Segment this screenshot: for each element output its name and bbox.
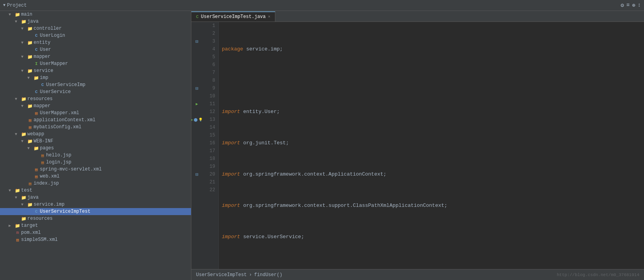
code-editor[interactable]: ⊟ ⊟ ▶ ▶ ⬤ 💡 xyxy=(191,22,644,269)
code-line-2 xyxy=(222,77,641,84)
gutter-21 xyxy=(191,178,202,186)
code-line-4: import org.junit.Test; xyxy=(222,139,641,147)
arrow-icon: ▼ xyxy=(21,27,27,31)
arrow-icon: ▼ xyxy=(21,41,27,45)
code-line-7: import service.UserService; xyxy=(222,233,641,241)
sidebar-item-target[interactable]: ▶ 📁 target xyxy=(0,222,191,229)
status-url: http://blog.csdn.net/m0_37681914 xyxy=(557,273,639,277)
interface-icon: I xyxy=(33,61,40,66)
class-icon: C xyxy=(33,33,40,38)
import-entity-user: entity xyxy=(243,108,262,116)
sidebar-label: test xyxy=(21,188,191,193)
sidebar-item-userserviceimptest[interactable]: C UserServiceImpTest xyxy=(0,208,191,215)
sidebar-label: mybatisConfig.xml xyxy=(34,124,191,130)
sidebar-item-service[interactable]: ▼ 📁 service xyxy=(0,67,191,74)
sidebar-item-simplessi-xml[interactable]: ▤ simpleSSM.xml xyxy=(0,236,191,243)
tab-label: UserServiceImpTest.java xyxy=(201,14,266,20)
close-icon[interactable]: × xyxy=(268,15,270,19)
sidebar-label: UserServiceImpTest xyxy=(40,209,191,214)
sidebar-item-imp[interactable]: ▼ 📁 imp xyxy=(0,74,191,81)
code-line-8 xyxy=(222,264,641,269)
code-gutter: ⊟ ⊟ ▶ ▶ ⬤ 💡 xyxy=(191,22,202,269)
editor-area: C UserServiceImpTest.java × ⊟ ⊟ ▶ xyxy=(191,11,644,280)
status-breadcrumb: UserServiceImpTest › findUser() xyxy=(196,272,282,278)
sidebar-item-pages[interactable]: ▼ 📁 pages xyxy=(0,145,191,152)
sidebar-item-web-xml[interactable]: ▤ web.xml xyxy=(0,173,191,180)
active-tab[interactable]: C UserServiceImpTest.java × xyxy=(191,11,275,22)
sidebar-item-index-jsp[interactable]: ▤ index.jsp xyxy=(0,180,191,187)
keyword-package: package xyxy=(222,45,243,53)
add-icon[interactable]: ⊕ xyxy=(632,2,635,9)
sidebar-label: main xyxy=(21,12,191,17)
sidebar-label: spring-mvc-servlet.xml xyxy=(40,167,191,172)
xml-icon: ▤ xyxy=(33,167,40,172)
project-label[interactable]: ▼ Project xyxy=(3,3,27,8)
folder-icon: 📁 xyxy=(20,195,27,200)
sidebar-label: pom.xml xyxy=(21,230,191,235)
sidebar-item-usermapper-xml[interactable]: ▤ UserMapper.xml xyxy=(0,109,191,117)
folder-icon: 📁 xyxy=(20,19,27,24)
sidebar-item-java2[interactable]: ▼ 📁 java xyxy=(0,194,191,201)
top-bar: ▼ Project ⚙ ≡ ⊕ ↕ xyxy=(0,0,644,11)
sidebar-item-entity[interactable]: ▼ 📁 entity xyxy=(0,39,191,46)
sidebar-item-java[interactable]: ▼ 📁 java xyxy=(0,18,191,25)
sidebar-item-resources[interactable]: ▼ 📁 resources xyxy=(0,95,191,102)
sidebar-item-mapper2[interactable]: ▼ 📁 mapper xyxy=(0,102,191,109)
arrow-icon: ▶ xyxy=(9,223,14,228)
sidebar-item-controller[interactable]: ▼ 📁 controller xyxy=(0,25,191,32)
pkg-name: service xyxy=(246,45,268,53)
sidebar-item-login-jsp[interactable]: ▤ login.jsp xyxy=(0,159,191,166)
settings-icon[interactable]: ⚙ xyxy=(621,2,624,9)
sidebar-label: java xyxy=(27,195,191,200)
menu-icon[interactable]: ≡ xyxy=(626,2,630,9)
sidebar-label: UserLogin xyxy=(40,33,191,38)
sidebar-item-service-imp[interactable]: ▼ 📁 service.imp xyxy=(0,201,191,208)
kw-import: import xyxy=(222,139,240,147)
gutter-1 xyxy=(191,22,202,30)
arrow-icon: ▼ xyxy=(15,97,20,101)
import-junit: org xyxy=(243,139,252,147)
sidebar-item-hello-jsp[interactable]: ▤ hello.jsp xyxy=(0,152,191,159)
code-line-5: import org.springframework.context.Appli… xyxy=(222,171,641,178)
sidebar-label: web.xml xyxy=(40,174,191,179)
arrow-icon: ▼ xyxy=(27,146,33,151)
sidebar-item-userserviceimp[interactable]: C UserServiceImp xyxy=(0,81,191,88)
gutter-15 xyxy=(191,131,202,139)
code-content[interactable]: package service.imp; import entity.User;… xyxy=(219,22,644,269)
sidebar-item-appctx-xml[interactable]: ▤ applicationContext.xml xyxy=(0,117,191,124)
sidebar-item-pom-xml[interactable]: m pom.xml xyxy=(0,229,191,236)
sidebar-item-webinf[interactable]: ▼ 📁 WEB-INF xyxy=(0,138,191,145)
sidebar-item-webapp[interactable]: ▼ 📁 webapp xyxy=(0,131,191,138)
gutter-22 xyxy=(191,186,202,194)
code-line-1: package service.imp; xyxy=(222,45,641,53)
sidebar-item-user[interactable]: C User xyxy=(0,46,191,53)
sidebar-item-mybatis-xml[interactable]: ▤ mybatisConfig.xml xyxy=(0,124,191,131)
gutter-8 xyxy=(191,77,202,84)
gutter-20: ⊟ xyxy=(191,171,202,178)
folder-icon: 📁 xyxy=(20,216,27,221)
class-icon: C xyxy=(39,83,46,87)
sidebar-item-usermapper[interactable]: I UserMapper xyxy=(0,60,191,67)
arrow-icon: ▼ xyxy=(21,69,27,73)
sidebar-item-spring-mvc-xml[interactable]: ▤ spring-mvc-servlet.xml xyxy=(0,166,191,173)
folder-icon: 📁 xyxy=(27,54,34,59)
sidebar-item-main[interactable]: ▼ 📁 main xyxy=(0,11,191,18)
sidebar-item-userlogin[interactable]: C UserLogin xyxy=(0,32,191,39)
sidebar-item-test[interactable]: ▼ 📁 test xyxy=(0,187,191,194)
sidebar-item-userservice[interactable]: C UserService xyxy=(0,88,191,95)
kw-import: import xyxy=(222,108,240,116)
arrow-icon: ▼ xyxy=(21,55,27,59)
gutter-17 xyxy=(191,147,202,155)
arrow-icon: ▼ xyxy=(15,20,20,24)
class-icon: C xyxy=(33,90,40,94)
sidebar[interactable]: ▼ 📁 main ▼ 📁 java ▼ 📁 controller C UserL… xyxy=(0,11,191,280)
sidebar-item-resources2[interactable]: 📁 resources xyxy=(0,215,191,222)
sort-icon[interactable]: ↕ xyxy=(638,2,641,9)
gutter-16 xyxy=(191,139,202,147)
sidebar-item-mapper[interactable]: ▼ 📁 mapper xyxy=(0,53,191,60)
folder-icon: 📁 xyxy=(27,139,34,144)
code-line-3: import entity.User; xyxy=(222,108,641,116)
sidebar-label: mapper xyxy=(34,103,191,109)
gutter-5 xyxy=(191,53,202,61)
arrow-icon: ▼ xyxy=(21,203,27,207)
